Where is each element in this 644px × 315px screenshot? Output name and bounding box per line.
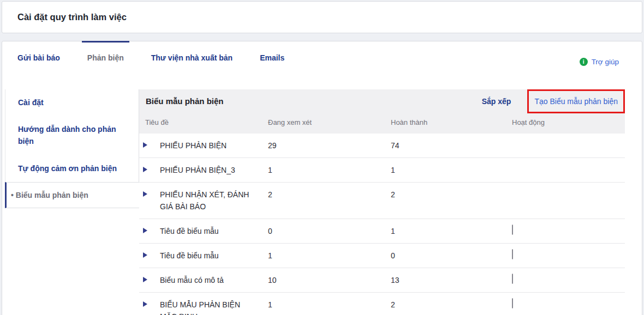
completed-count: 1 bbox=[391, 166, 395, 174]
tab-1[interactable]: Gửi bài báo bbox=[12, 53, 65, 83]
completed-count: 2 bbox=[391, 190, 395, 199]
table-row: Biểu mẫu có mô tả 10 13 bbox=[139, 268, 625, 293]
form-title: Tiêu đề biểu mẫu bbox=[147, 225, 226, 237]
table-row: Tiêu đề biểu mẫu 1 0 bbox=[139, 244, 625, 268]
settings-panel: Gửi bài báoPhản biệnThư viện nhà xuất bả… bbox=[2, 41, 642, 315]
form-title: Tiêu đề biểu mẫu bbox=[147, 250, 226, 262]
expand-arrow-icon[interactable] bbox=[143, 228, 147, 233]
content-area: Cài đặtHướng dẫn dành cho phản biệnTự độ… bbox=[2, 89, 642, 315]
sort-button[interactable]: Sắp xếp bbox=[482, 89, 511, 106]
table-row: Tiêu đề biểu mẫu 0 1 bbox=[139, 219, 625, 244]
column-header: Đang xem xét bbox=[266, 118, 389, 126]
active-checkbox[interactable] bbox=[512, 298, 513, 308]
form-title: PHIẾU NHẬN XÉT, ĐÁNH GIÁ BÀI BÁO bbox=[147, 189, 266, 213]
sidebar-item-1[interactable]: Cài đặt bbox=[5, 89, 139, 116]
completed-count: 13 bbox=[391, 276, 399, 284]
tab-bar: Gửi bài báoPhản biệnThư viện nhà xuất bả… bbox=[2, 41, 642, 83]
active-checkbox[interactable] bbox=[512, 225, 513, 235]
expand-arrow-icon[interactable] bbox=[143, 252, 147, 258]
info-circle-icon: i bbox=[580, 58, 588, 66]
sidebar-item-3[interactable]: Tự động cảm ơn phản biện bbox=[5, 155, 139, 182]
expand-arrow-icon[interactable] bbox=[143, 191, 147, 197]
in-review-count: 1 bbox=[268, 251, 272, 260]
active-checkbox[interactable] bbox=[512, 274, 513, 284]
table-row: BIỂU MẪU PHẢN BIỆN MẶC ĐỊNH 1 2 bbox=[139, 293, 625, 315]
form-title: PHIẾU PHẢN BIỆN bbox=[147, 140, 234, 152]
sidebar-item-2[interactable]: Hướng dẫn dành cho phản biện bbox=[5, 116, 139, 155]
review-forms-grid: Biểu mẫu phản biện Sắp xếp Tạo Biểu mẫu … bbox=[139, 89, 625, 315]
tab-3[interactable]: Thư viện nhà xuất bản bbox=[146, 53, 238, 83]
help-label: Trợ giúp bbox=[592, 58, 619, 66]
grid-header: Biểu mẫu phản biện Sắp xếp Tạo Biểu mẫu … bbox=[139, 89, 625, 134]
page-title: Cài đặt quy trình làm việc bbox=[17, 12, 127, 22]
expand-arrow-icon[interactable] bbox=[143, 301, 147, 307]
sidebar-item-4[interactable]: • Biểu mẫu phản biện bbox=[5, 182, 139, 208]
in-review-count: 29 bbox=[268, 141, 277, 150]
tab-4[interactable]: Emails bbox=[254, 53, 290, 83]
page-header: Cài đặt quy trình làm việc bbox=[2, 1, 642, 33]
column-header: Hoàn thành bbox=[389, 118, 510, 126]
completed-count: 1 bbox=[391, 227, 395, 235]
help-button[interactable]: i Trợ giúp bbox=[580, 58, 619, 66]
annotation-highlight-box: Tạo Biểu mẫu phản biện bbox=[527, 89, 625, 113]
form-title: BIỂU MẪU PHẢN BIỆN MẶC ĐỊNH bbox=[147, 299, 266, 315]
active-checkbox[interactable] bbox=[512, 249, 513, 259]
table-row: PHIẾU NHẬN XÉT, ĐÁNH GIÁ BÀI BÁO 2 2 bbox=[139, 183, 625, 219]
create-review-form-button[interactable]: Tạo Biểu mẫu phản biện bbox=[534, 97, 618, 106]
in-review-count: 0 bbox=[268, 227, 272, 235]
completed-count: 74 bbox=[391, 141, 399, 150]
settings-sidebar: Cài đặtHướng dẫn dành cho phản biệnTự độ… bbox=[2, 89, 139, 315]
expand-arrow-icon[interactable] bbox=[143, 277, 147, 282]
tab-2[interactable]: Phản biện bbox=[82, 53, 129, 83]
completed-count: 0 bbox=[391, 251, 395, 260]
in-review-count: 10 bbox=[268, 276, 277, 284]
grid-title: Biểu mẫu phản biện bbox=[139, 89, 482, 106]
completed-count: 2 bbox=[391, 300, 395, 309]
in-review-count: 1 bbox=[268, 166, 272, 174]
column-header: Tiêu đề bbox=[139, 118, 266, 126]
form-title: Biểu mẫu có mô tả bbox=[147, 274, 231, 286]
table-row: PHIẾU PHẢN BIỆN 29 74 bbox=[139, 134, 625, 158]
column-header: Hoạt động bbox=[510, 118, 625, 126]
in-review-count: 2 bbox=[268, 190, 272, 199]
in-review-count: 1 bbox=[268, 300, 272, 309]
expand-arrow-icon[interactable] bbox=[143, 167, 147, 172]
expand-arrow-icon[interactable] bbox=[143, 142, 147, 148]
table-row: PHIẾU PHẢN BIỆN_3 1 1 bbox=[139, 158, 625, 183]
form-title: PHIẾU PHẢN BIỆN_3 bbox=[147, 164, 243, 176]
